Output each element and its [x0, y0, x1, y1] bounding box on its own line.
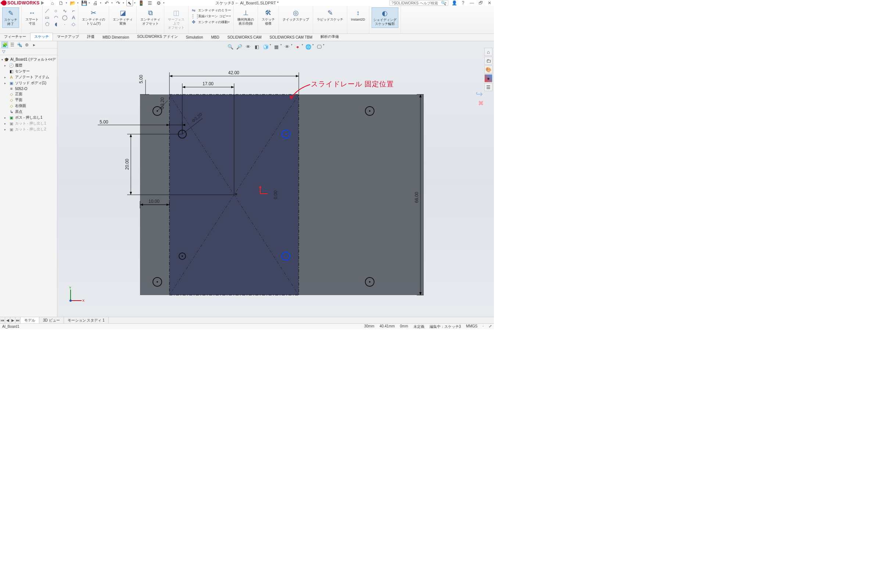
fillet-icon[interactable]: ⌐ [70, 8, 77, 14]
display-tab-icon[interactable]: ▸ [31, 42, 38, 48]
status-expand-icon[interactable]: ⤢ [489, 324, 492, 329]
help-icon[interactable]: ? [460, 0, 466, 6]
tree-top[interactable]: ◇平面 [1, 97, 56, 103]
tab-cam[interactable]: SOLIDWORKS CAM [224, 34, 266, 41]
tab-addins[interactable]: SOLIDWORKS アドイン [133, 33, 182, 41]
tab-mbd[interactable]: MBD [207, 34, 224, 41]
minimize-icon[interactable]: — [469, 0, 475, 6]
palette-icon[interactable]: 🎨 [484, 65, 492, 74]
tree-cut1[interactable]: ▸▣カット - 押し出し1 [1, 120, 56, 126]
slot-icon[interactable]: ◖ [52, 21, 60, 27]
convert-button[interactable]: ◪エンティティ 変換 [111, 8, 134, 27]
traffic-icon[interactable]: 🚦 [138, 0, 144, 6]
restore-icon[interactable]: 🗗 [478, 0, 484, 6]
next-tab-icon[interactable]: ▶ [10, 317, 15, 323]
tab-markup[interactable]: マークアップ [53, 33, 83, 41]
save-icon[interactable]: 💾 [81, 0, 87, 6]
help-search-input[interactable] [394, 1, 441, 5]
plane-icon[interactable]: ◇ [70, 21, 77, 27]
linear-pattern-button[interactable]: ⋮⋮直線パターン コピー▾ [191, 13, 231, 19]
repair-button[interactable]: 🛠スケッチ 修復 [260, 8, 276, 27]
tree-root[interactable]: ▾🎓Al_Board1 (デフォルト<<デ [1, 57, 56, 63]
tab-model[interactable]: モデル [21, 317, 39, 323]
status-units[interactable]: MMGS [466, 324, 477, 329]
config-tab-icon[interactable]: 🔩 [16, 42, 23, 48]
shaded-button[interactable]: ◐シェイディング スケッチ輪郭 [372, 8, 398, 28]
tree-front[interactable]: ◇正面 [1, 91, 56, 97]
home-pane-icon[interactable]: ⌂ [484, 48, 492, 56]
redo-icon[interactable]: ↷ [115, 0, 122, 6]
dimension-icon: ↔ [28, 9, 36, 17]
tab-mbd-dim[interactable]: MBD Dimension [99, 34, 133, 41]
move-entity-button[interactable]: ✥エンティティの移動▾ [191, 19, 230, 25]
surf-offset-button[interactable]: ◫サーフェス 上で オフセット [166, 8, 186, 31]
instant2d-button[interactable]: ↕Instant2D [350, 8, 367, 23]
poly-icon[interactable]: ⬠ [44, 21, 51, 27]
tab-motion[interactable]: モーション スタディ 1 [64, 317, 109, 323]
options-icon[interactable]: ☰ [147, 0, 153, 6]
tree-origin[interactable]: ↳原点 [1, 109, 56, 115]
app-name: SOLIDWORKS [8, 0, 40, 6]
help-search[interactable]: ? 🔍▾ [390, 0, 448, 6]
settings-icon[interactable]: ⚙ [156, 0, 162, 6]
text-icon[interactable]: A [70, 14, 77, 21]
view-triad[interactable]: Y X [66, 286, 84, 305]
user-icon[interactable]: 👤 [451, 0, 457, 6]
point-icon[interactable]: · [61, 21, 68, 27]
geo-rel-button[interactable]: ⊥幾何拘束の 表示/削除 [236, 8, 255, 27]
tree-right[interactable]: ◇右側面 [1, 103, 56, 109]
tree-solidbodies[interactable]: ▸▣ソリッド ボディ(1) [1, 80, 56, 86]
dim-5v[interactable]: 5.00 [138, 75, 149, 94]
circle-icon[interactable]: ○ [52, 8, 60, 14]
properties-icon[interactable]: ☰ [484, 83, 492, 91]
appearance-pane-icon[interactable]: ● [484, 74, 492, 82]
tree-boss1[interactable]: ▸▣ボス - 押し出し1 [1, 115, 56, 120]
line-icon[interactable]: ／ [44, 8, 51, 14]
open-icon[interactable]: 📂 [69, 0, 76, 6]
resources-icon[interactable]: 🗀 [484, 57, 492, 64]
tree-sensors[interactable]: ◧センサー [1, 68, 56, 74]
mirror-button[interactable]: ⇋エンティティのミラー [191, 8, 231, 13]
feature-tab-icon[interactable]: 🧩 [2, 42, 8, 48]
tab-3dview[interactable]: 3D ビュー [39, 317, 64, 323]
ellipse-icon[interactable]: ◯ [61, 14, 68, 21]
dim-0[interactable]: 0.00 [273, 190, 278, 199]
rotate-cancel-icon[interactable]: ✖ [478, 99, 484, 107]
offset-button[interactable]: ⧉エンティティ オフセット [139, 8, 162, 27]
trim-button[interactable]: ✂エンティティの トリム(T) [81, 8, 106, 27]
tab-features[interactable]: フィーチャー [0, 33, 30, 41]
select-icon[interactable]: ⬉ [126, 0, 133, 6]
home-icon[interactable]: ⌂ [49, 0, 56, 6]
tab-evaluate[interactable]: 評価 [83, 33, 99, 41]
status-m2: 40.41mm [380, 324, 395, 329]
exit-sketch-button[interactable]: ✎ スケッチ 終了 [2, 8, 19, 28]
tab-sketch[interactable]: スケッチ [30, 33, 53, 41]
print-icon[interactable]: 🖨 [92, 0, 99, 6]
rotate-confirm-icon[interactable]: ↪ [476, 89, 483, 99]
quicksnap-button[interactable]: ◎クイックスナップ [281, 8, 310, 23]
last-tab-icon[interactable]: ⏭ [15, 317, 21, 323]
first-tab-icon[interactable]: ⏮ [0, 317, 5, 323]
tree-cut2[interactable]: ▸▣カット - 押し出し2 [1, 126, 56, 132]
new-icon[interactable]: 🗋 [58, 0, 64, 6]
smart-dimension-button[interactable]: ↔ スマート 寸法 [24, 8, 40, 27]
tab-simulation[interactable]: Simulation [182, 34, 207, 41]
undo-icon[interactable]: ↶ [104, 0, 110, 6]
filter-icon[interactable]: ▽ [0, 48, 57, 55]
rapid-button[interactable]: ✎ラピッドスケッチ [315, 8, 345, 23]
graphics-area[interactable]: 🔍 🔎 👁 ◧ 🧊▾ ▦▾ 👁▾ ●▾ 🌐▾ 🖵▾ ✱ [57, 41, 494, 323]
tab-analysis[interactable]: 解析の準備 [316, 33, 343, 41]
rect-icon[interactable]: ▭ [44, 14, 51, 21]
arc-icon[interactable]: ◠ [52, 14, 60, 21]
status-more-icon[interactable]: · [483, 324, 484, 329]
close-icon[interactable]: ✕ [487, 0, 492, 6]
spline-icon[interactable]: ∿ [61, 8, 68, 14]
prev-tab-icon[interactable]: ◀ [5, 317, 10, 323]
tree-material[interactable]: ≡5052-O [1, 86, 56, 91]
dim-tab-icon[interactable]: ⊕ [24, 42, 30, 48]
tree-history[interactable]: ▸🕘履歴 [1, 63, 56, 68]
property-tab-icon[interactable]: ☰ [9, 42, 15, 48]
tab-cam-tbm[interactable]: SOLIDWORKS CAM TBM [266, 34, 317, 41]
tree-annotations[interactable]: ▸Aアノテート アイテム [1, 74, 56, 80]
play-icon[interactable] [41, 1, 44, 5]
